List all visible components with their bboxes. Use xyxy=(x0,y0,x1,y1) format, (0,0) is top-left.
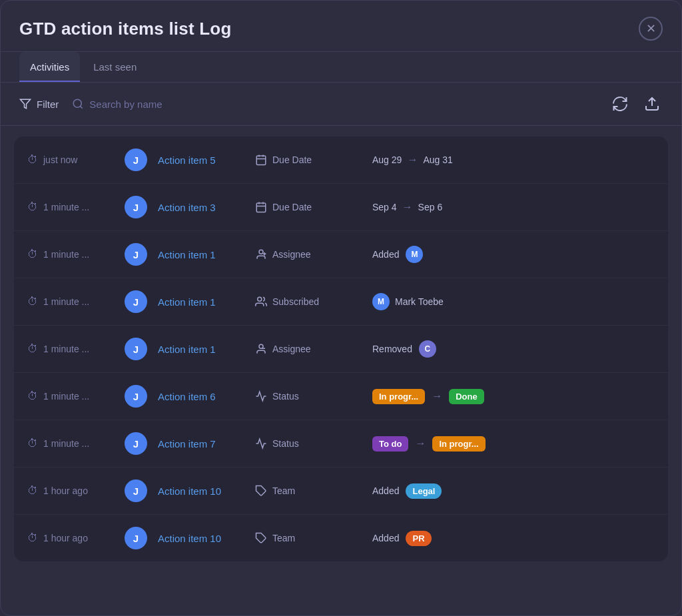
action-item-link[interactable]: Action item 1 xyxy=(158,249,244,260)
avatar: J xyxy=(125,338,147,360)
time-cell: ⏱ 1 minute ... xyxy=(27,296,114,308)
status-badge-from: To do xyxy=(372,436,408,452)
action-item-link[interactable]: Action item 6 xyxy=(158,391,244,402)
avatar: J xyxy=(125,149,147,171)
time-cell: ⏱ 1 minute ... xyxy=(27,343,114,355)
status-badge-to: Done xyxy=(449,389,484,404)
svg-point-1 xyxy=(74,99,82,107)
time-cell: ⏱ 1 minute ... xyxy=(27,390,114,402)
status-badge-from: In progr... xyxy=(372,389,425,404)
change-value: Sep 4 → Sep 6 xyxy=(372,201,655,213)
change-type: Assignee xyxy=(255,343,362,355)
log-row: ⏱ 1 minute ... J Action item 6 Status In… xyxy=(14,373,668,420)
mini-avatar: M xyxy=(372,293,390,310)
time-cell: ⏱ 1 hour ago xyxy=(27,532,114,544)
log-row: ⏱ 1 minute ... J Action item 3 Due Date … xyxy=(14,184,668,231)
modal-title: GTD action items list Log xyxy=(19,19,231,39)
clock-icon: ⏱ xyxy=(27,532,38,544)
avatar: J xyxy=(125,243,147,266)
change-type: Status xyxy=(255,390,362,402)
clock-icon: ⏱ xyxy=(27,296,38,308)
log-row: ⏱ 1 hour ago J Action item 10 Team Added… xyxy=(14,467,668,515)
clock-icon: ⏱ xyxy=(27,154,38,166)
close-button[interactable]: ✕ xyxy=(639,17,663,41)
log-row: ⏱ 1 hour ago J Action item 10 Team Added… xyxy=(14,515,668,561)
action-item-link[interactable]: Action item 7 xyxy=(158,438,244,450)
assignee-icon xyxy=(255,248,267,260)
search-placeholder: Search by name xyxy=(89,99,162,110)
tag-icon xyxy=(255,485,267,497)
filter-button[interactable]: Filter xyxy=(19,98,59,110)
clock-icon: ⏱ xyxy=(27,438,38,450)
export-icon xyxy=(644,96,660,112)
filter-icon xyxy=(19,98,31,110)
toolbar-right xyxy=(609,93,663,115)
avatar: J xyxy=(125,385,147,408)
date-range: Aug 29 → Aug 31 xyxy=(372,154,453,166)
search-area[interactable]: Search by name xyxy=(72,98,596,110)
time-cell: ⏱ 1 minute ... xyxy=(27,438,114,450)
svg-rect-8 xyxy=(256,203,266,212)
tag-icon xyxy=(255,532,267,544)
export-icon-button[interactable] xyxy=(641,93,663,115)
tab-activities[interactable]: Activities xyxy=(19,52,80,82)
avatar: J xyxy=(125,290,147,313)
avatar: J xyxy=(125,432,147,455)
subscribed-icon xyxy=(255,296,267,308)
log-row: ⏱ 1 minute ... J Action item 7 Status To… xyxy=(14,420,668,467)
action-item-link[interactable]: Action item 5 xyxy=(158,154,244,166)
clock-icon: ⏱ xyxy=(27,201,38,213)
svg-point-16 xyxy=(259,344,263,348)
change-type: Team xyxy=(255,485,362,497)
log-row: ⏱ 1 minute ... J Action item 1 Subscribe… xyxy=(14,278,668,326)
svg-marker-0 xyxy=(21,99,31,109)
action-item-link[interactable]: Action item 3 xyxy=(158,202,244,213)
time-cell: ⏱ 1 minute ... xyxy=(27,201,114,213)
team-tag-badge: Legal xyxy=(406,483,442,499)
svg-point-15 xyxy=(258,297,262,301)
tab-last-seen[interactable]: Last seen xyxy=(83,52,147,82)
arrow-icon: → xyxy=(415,438,426,450)
svg-point-12 xyxy=(259,250,263,254)
change-value: Removed C xyxy=(372,340,655,358)
refresh-icon xyxy=(612,96,628,112)
clock-icon: ⏱ xyxy=(27,248,38,260)
arrow-icon: → xyxy=(432,390,442,402)
arrow-icon: → xyxy=(407,154,418,166)
change-value: Aug 29 → Aug 31 xyxy=(372,154,655,166)
clock-icon: ⏱ xyxy=(27,343,38,355)
modal-container: GTD action items list Log ✕ Activities L… xyxy=(0,0,682,616)
arrow-icon: → xyxy=(402,201,413,213)
refresh-icon-button[interactable] xyxy=(609,93,631,115)
action-item-link[interactable]: Action item 10 xyxy=(158,533,244,544)
mini-avatar: C xyxy=(419,340,436,358)
svg-rect-4 xyxy=(256,156,266,165)
calendar-icon xyxy=(255,201,267,213)
action-item-link[interactable]: Action item 1 xyxy=(158,344,244,355)
change-type: Status xyxy=(255,438,362,450)
change-value: Added M xyxy=(372,246,655,263)
modal-header: GTD action items list Log ✕ xyxy=(1,1,681,52)
date-range: Sep 4 → Sep 6 xyxy=(372,201,442,213)
change-type: Subscribed xyxy=(255,296,362,308)
toolbar: Filter Search by name xyxy=(1,83,681,126)
avatar: J xyxy=(125,196,147,218)
avatar: J xyxy=(125,479,147,502)
log-row: ⏱ just now J Action item 5 Due Date Aug … xyxy=(14,137,668,184)
status-icon xyxy=(255,438,267,450)
status-badge-to: In progr... xyxy=(432,436,485,452)
clock-icon: ⏱ xyxy=(27,390,38,402)
action-item-link[interactable]: Action item 10 xyxy=(158,485,244,497)
search-icon xyxy=(72,98,84,110)
close-icon: ✕ xyxy=(646,21,656,36)
assignee-icon xyxy=(255,343,267,355)
change-type: Due Date xyxy=(255,201,362,213)
calendar-icon xyxy=(255,154,267,166)
change-value: M Mark Toebe xyxy=(372,293,655,310)
change-type: Team xyxy=(255,532,362,544)
log-row: ⏱ 1 minute ... J Action item 1 Assignee … xyxy=(14,326,668,373)
time-cell: ⏱ 1 minute ... xyxy=(27,248,114,260)
action-item-link[interactable]: Action item 1 xyxy=(158,296,244,308)
change-value: To do → In progr... xyxy=(372,436,655,452)
status-icon xyxy=(255,390,267,402)
